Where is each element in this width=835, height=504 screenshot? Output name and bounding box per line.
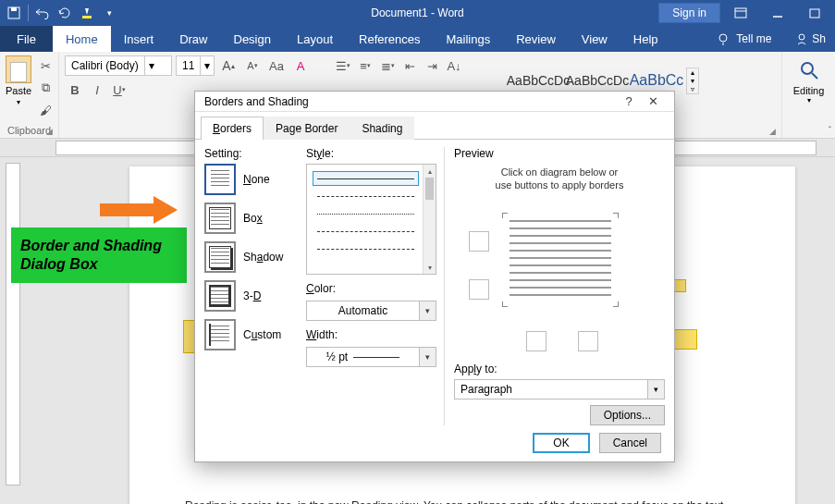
tab-view[interactable]: View xyxy=(569,26,620,52)
apply-to-dropdown[interactable]: Paragraph▾ xyxy=(454,379,665,400)
styles-more-icon[interactable]: ▿ xyxy=(687,85,698,93)
decrease-indent-icon[interactable]: ⇤ xyxy=(399,55,420,76)
dialog-tab-shading[interactable]: Shading xyxy=(350,117,414,140)
tab-review[interactable]: Review xyxy=(503,26,569,52)
style-dotted[interactable] xyxy=(313,206,419,221)
font-name-combo[interactable]: Calibri (Body)▾ xyxy=(65,55,172,76)
tab-draw[interactable]: Draw xyxy=(166,26,220,52)
style-solid[interactable] xyxy=(313,171,419,186)
italic-button[interactable]: I xyxy=(87,80,107,100)
share-icon xyxy=(795,32,808,45)
clear-format-icon[interactable]: A xyxy=(290,55,311,76)
options-button[interactable]: Options... xyxy=(590,405,665,425)
tab-mailings[interactable]: Mailings xyxy=(434,26,504,52)
lightbulb-icon xyxy=(716,31,731,46)
setting-custom[interactable]: Custom xyxy=(204,319,297,350)
border-left-button[interactable] xyxy=(526,331,546,351)
corner-br xyxy=(613,301,619,307)
svg-point-10 xyxy=(802,63,813,74)
qat-customize-icon[interactable]: ▾ xyxy=(99,2,119,24)
corner-tr xyxy=(613,213,619,218)
find-icon[interactable] xyxy=(798,59,820,81)
setting-none[interactable]: None xyxy=(204,164,297,195)
cancel-button[interactable]: Cancel xyxy=(599,433,661,453)
shrink-font-icon[interactable]: A▾ xyxy=(242,55,263,76)
tab-help[interactable]: Help xyxy=(620,26,671,52)
border-bottom-button[interactable] xyxy=(469,279,489,300)
ribbon-display-icon[interactable] xyxy=(724,0,757,26)
color-dropdown[interactable]: Automatic▾ xyxy=(306,301,436,321)
setting-3d[interactable]: 3-D xyxy=(204,280,297,312)
scroll-thumb[interactable] xyxy=(425,178,434,200)
tab-layout[interactable]: Layout xyxy=(284,26,346,52)
editing-label: Editing xyxy=(793,85,825,96)
paste-icon xyxy=(6,55,31,83)
svg-rect-6 xyxy=(810,9,819,18)
underline-button[interactable]: U ▾ xyxy=(109,80,129,100)
annotation-arrow xyxy=(100,196,185,224)
highlight-icon[interactable] xyxy=(77,2,97,24)
styles-down-icon[interactable]: ▾ xyxy=(687,77,698,85)
redo-icon[interactable] xyxy=(55,2,75,24)
setting-shadow[interactable]: Shadow xyxy=(204,241,297,273)
tab-home[interactable]: Home xyxy=(53,26,111,52)
style-dashed-wide[interactable] xyxy=(313,189,419,203)
collapse-ribbon-icon[interactable]: ˆ xyxy=(829,126,831,136)
styles-up-icon[interactable]: ▴ xyxy=(687,68,698,77)
bold-button[interactable]: B xyxy=(65,80,85,100)
undo-icon[interactable] xyxy=(32,2,53,24)
tab-design[interactable]: Design xyxy=(221,26,284,52)
share-button[interactable]: Sh xyxy=(795,32,826,45)
width-dropdown[interactable]: ½ pt▾ xyxy=(306,347,436,367)
bullets-icon[interactable]: ☰▾ xyxy=(333,55,353,76)
maximize-icon[interactable] xyxy=(798,0,831,26)
dialog-tab-page-border[interactable]: Page Border xyxy=(264,117,350,140)
save-icon[interactable] xyxy=(4,2,24,24)
style-dashed[interactable] xyxy=(313,224,419,239)
increase-indent-icon[interactable]: ⇥ xyxy=(422,55,442,76)
border-top-button[interactable] xyxy=(469,231,489,252)
ok-button[interactable]: OK xyxy=(533,433,589,453)
change-case-icon[interactable]: Aa xyxy=(266,55,287,76)
cut-icon[interactable]: ✂ xyxy=(35,55,55,76)
scroll-up-icon[interactable]: ▴ xyxy=(424,165,436,178)
dialog-close-icon[interactable]: ✕ xyxy=(641,94,665,108)
setting-shadow-icon xyxy=(204,241,236,273)
border-right-button[interactable] xyxy=(578,331,598,351)
setting-none-icon xyxy=(204,164,236,195)
clipboard-launcher-icon[interactable]: ◢ xyxy=(46,127,53,136)
copy-icon[interactable]: ⧉ xyxy=(35,78,55,98)
svg-rect-3 xyxy=(735,8,746,18)
scroll-down-icon[interactable]: ▾ xyxy=(424,261,436,274)
style-dash-dot[interactable] xyxy=(313,241,419,256)
preview-paragraph xyxy=(510,220,611,300)
preview-diagram[interactable] xyxy=(454,200,665,357)
tab-references[interactable]: References xyxy=(346,26,433,52)
tab-file[interactable]: File xyxy=(0,26,53,52)
minimize-icon[interactable] xyxy=(761,0,794,26)
grow-font-icon[interactable]: A▴ xyxy=(218,55,239,76)
sign-in-button[interactable]: Sign in xyxy=(658,3,720,23)
paste-button[interactable]: Paste ▾ xyxy=(6,55,31,120)
numbering-icon[interactable]: ≡▾ xyxy=(355,55,375,76)
setting-box[interactable]: Box xyxy=(204,203,297,234)
corner-bl xyxy=(502,301,508,307)
style-scrollbar[interactable]: ▴ ▾ xyxy=(423,165,436,274)
width-label: Width: xyxy=(306,328,436,341)
dialog-titlebar: Borders and Shading ? ✕ xyxy=(195,92,674,112)
tab-insert[interactable]: Insert xyxy=(111,26,167,52)
svg-point-9 xyxy=(799,34,804,40)
styles-launcher-icon[interactable]: ◢ xyxy=(769,127,776,136)
font-size-combo[interactable]: 11▾ xyxy=(176,55,215,76)
tell-me-button[interactable]: Tell me xyxy=(736,32,771,45)
style-listbox[interactable]: ▴ ▾ xyxy=(306,164,436,275)
dialog-tab-borders[interactable]: Borders xyxy=(201,117,264,140)
sort-icon[interactable]: A↓ xyxy=(444,55,464,76)
preview-label: Preview xyxy=(454,147,665,160)
format-painter-icon[interactable]: 🖌 xyxy=(35,100,55,120)
dialog-help-icon[interactable]: ? xyxy=(617,94,641,108)
setting-label: Setting: xyxy=(204,147,297,160)
editing-group: Editing ▾ xyxy=(781,52,835,138)
multilevel-icon[interactable]: ≣▾ xyxy=(377,55,398,76)
highlight-peek-right xyxy=(673,329,697,350)
